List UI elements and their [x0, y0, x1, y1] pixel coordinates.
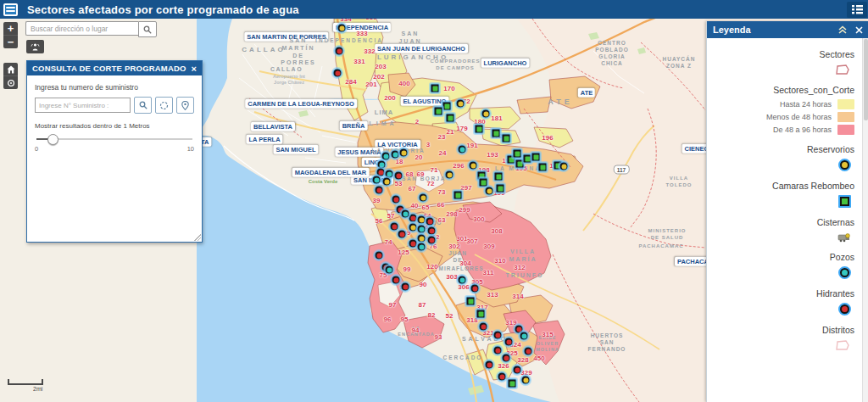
hidrante-marker[interactable]	[470, 284, 480, 293]
camara-rebombeo-marker[interactable]	[513, 149, 522, 159]
search-button[interactable]	[138, 21, 157, 37]
map-pin-icon	[181, 101, 189, 110]
camara-rebombeo-marker[interactable]	[479, 178, 488, 187]
consulta-panel-title: CONSULTA DE CORTE PROGRAMADO	[32, 64, 192, 73]
camara-rebombeo-marker[interactable]	[492, 129, 501, 138]
close-icon[interactable]: ×	[192, 64, 197, 74]
camara-rebombeo-marker[interactable]	[494, 172, 504, 181]
pozo-marker[interactable]	[417, 243, 426, 252]
legend-symbol	[707, 159, 851, 171]
suministro-input[interactable]	[35, 98, 131, 113]
home-icon	[7, 65, 15, 74]
select-on-map-button[interactable]	[155, 97, 173, 114]
search-input[interactable]	[25, 21, 138, 36]
close-icon	[855, 26, 863, 34]
hidrante-marker[interactable]	[479, 322, 488, 332]
pozo-marker[interactable]	[520, 332, 529, 341]
camara-rebombeo-marker[interactable]	[502, 134, 511, 143]
camara-rebombeo-marker[interactable]	[508, 379, 517, 388]
pozo-marker[interactable]	[417, 225, 426, 234]
hidrante-marker[interactable]	[398, 230, 407, 239]
hidrante-marker[interactable]	[493, 331, 503, 340]
camara-rebombeo-marker[interactable]	[475, 125, 484, 134]
hidrante-marker[interactable]	[493, 346, 503, 355]
legend-symbol	[707, 195, 851, 208]
hidrante-marker[interactable]	[513, 366, 522, 375]
camara-rebombeo-marker[interactable]	[496, 184, 505, 193]
hidrante-marker[interactable]	[390, 222, 399, 232]
hidrante-marker[interactable]	[333, 69, 342, 78]
locate-pin-button[interactable]	[176, 97, 194, 114]
pozo-marker[interactable]	[372, 176, 381, 185]
home-extent-button[interactable]	[3, 63, 18, 75]
camara-rebombeo-marker[interactable]	[453, 191, 463, 200]
hidrante-marker[interactable]	[485, 360, 494, 370]
camara-rebombeo-marker[interactable]	[431, 84, 440, 93]
legend-layer-name: Sectores_con_Corte	[707, 85, 854, 95]
hidrante-marker[interactable]	[401, 282, 410, 292]
camara-rebombeo-marker[interactable]	[531, 153, 541, 162]
legend-content: SectoresSectores_con_CorteHasta 24 horas…	[707, 38, 863, 402]
zoom-in-button[interactable]: +	[3, 22, 18, 35]
reservorio-marker[interactable]	[481, 109, 491, 119]
legend-layer-name: Sectores	[707, 49, 854, 59]
search-icon	[143, 25, 152, 34]
reservorio-marker[interactable]	[559, 162, 569, 171]
hidrante-marker[interactable]	[427, 226, 437, 236]
camara-rebombeo-marker[interactable]	[446, 114, 455, 123]
consulta-panel-header[interactable]: CONSULTA DE CORTE PROGRAMADO ×	[27, 61, 202, 75]
zoom-out-button[interactable]: −	[3, 35, 18, 48]
legend-symbol	[707, 64, 851, 75]
hidrante-marker[interactable]	[392, 195, 401, 204]
hidrante-marker[interactable]	[524, 347, 533, 356]
square-marker-icon	[838, 195, 851, 208]
reservorio-marker[interactable]	[445, 170, 454, 180]
hidrante-marker[interactable]	[392, 276, 401, 285]
reservorio-marker[interactable]	[419, 193, 428, 203]
layer-list-icon	[852, 5, 863, 14]
pozo-marker[interactable]	[385, 265, 394, 275]
near-me-widget-button[interactable]	[26, 40, 44, 53]
reservorio-marker[interactable]	[521, 376, 531, 385]
hidrante-marker[interactable]	[375, 251, 384, 260]
slider-max-label: 10	[187, 145, 194, 153]
reservorio-marker[interactable]	[382, 177, 392, 187]
slider-track[interactable]	[36, 138, 192, 140]
legend-close-button[interactable]	[855, 26, 863, 34]
legend-panel-header[interactable]: Leyenda	[707, 21, 868, 38]
reservorio-marker[interactable]	[485, 187, 494, 196]
camara-rebombeo-marker[interactable]	[434, 107, 443, 116]
my-location-button[interactable]	[3, 75, 18, 89]
hidrante-marker[interactable]	[394, 171, 403, 181]
hidrante-marker[interactable]	[427, 236, 437, 245]
pozo-marker[interactable]	[458, 145, 467, 154]
legend-layer-name: Reservorios	[707, 144, 854, 154]
pozo-marker[interactable]	[401, 209, 410, 219]
camara-rebombeo-marker[interactable]	[442, 102, 452, 111]
collapse-button[interactable]	[838, 25, 847, 34]
slider-handle[interactable]	[47, 134, 58, 145]
suministro-search-button[interactable]	[134, 97, 152, 114]
camara-rebombeo-marker[interactable]	[476, 310, 486, 319]
distance-slider[interactable]	[35, 133, 194, 145]
camara-rebombeo-marker[interactable]	[466, 297, 476, 306]
reservorio-marker[interactable]	[469, 161, 478, 170]
hidrante-marker[interactable]	[498, 372, 507, 382]
hidrante-marker[interactable]	[375, 186, 384, 195]
reservorio-marker[interactable]	[399, 148, 409, 158]
pozo-marker[interactable]	[458, 276, 467, 285]
camara-rebombeo-marker[interactable]	[538, 163, 548, 172]
hidrante-marker[interactable]	[335, 47, 344, 56]
hidrante-marker[interactable]	[426, 217, 435, 226]
scrollbar-thumb[interactable]	[864, 39, 868, 120]
consulta-panel-body: Ingresa tu numero de suministro	[27, 75, 202, 153]
reservorio-marker[interactable]	[337, 24, 347, 33]
reservorio-marker[interactable]	[456, 99, 465, 109]
legend-symbol	[707, 232, 851, 243]
hidrante-marker[interactable]	[502, 354, 511, 363]
widget-list-button[interactable]	[847, 2, 867, 18]
page-title: Sectores afectados por corte programado …	[27, 3, 299, 16]
legend-scrollbar[interactable]	[862, 38, 868, 402]
panel-resize-grip[interactable]	[194, 234, 201, 241]
hidrante-marker[interactable]	[504, 338, 514, 347]
